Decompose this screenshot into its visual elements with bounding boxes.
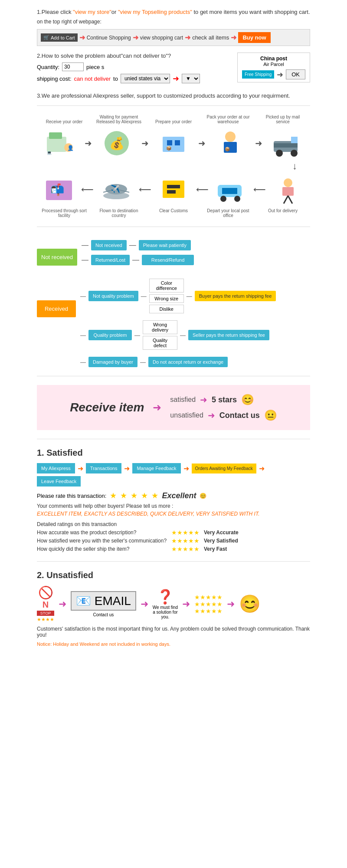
fb-step-transactions[interactable]: Transactions — [86, 463, 122, 473]
proc-down-arrow: ↓ — [37, 161, 310, 172]
check-all-label: check all items — [192, 34, 229, 41]
view-store-link[interactable]: "view my store" — [73, 9, 111, 15]
step-label-1: Receive your order — [40, 119, 88, 124]
contact-us-label: Contact us — [219, 411, 260, 420]
color-diff: Color difference — [149, 279, 184, 293]
satisfied-title: 1. Satisfied — [37, 448, 310, 458]
cart-steps-bar: 🛒 Add to Cart ➜ Continue Shopping ➜ view… — [37, 29, 310, 46]
receive-outcomes: satisfied ➜ 5 stars 😊 unsatisfied ➜ Cont… — [170, 394, 277, 421]
returned-lost: Returned/Lost — [91, 255, 130, 265]
ratings-table: Detailed ratings on this transaction How… — [37, 521, 310, 552]
fb-step-my-aliexpress[interactable]: My Aliexpress — [37, 463, 75, 473]
arrow-shipping-icon: ➜ — [173, 74, 179, 83]
unsatisfied-title: 2. Unsatisfied — [37, 570, 310, 580]
continue-shopping-label: Continue Shopping — [87, 35, 131, 41]
proc-arrow-8: ⟵ — [81, 184, 94, 194]
rating-label-1: How accurate was the product description… — [37, 529, 167, 536]
svg-point-16 — [276, 150, 283, 157]
add-to-cart-label[interactable]: Add to Cart — [51, 35, 75, 40]
stars-3: ★★★★★ — [171, 546, 200, 552]
proc-arrow-6: ⟵ — [196, 184, 209, 194]
cart-icon: 🛒 Add to Cart — [41, 33, 78, 42]
process-section: Receive your order Waiting for payment R… — [37, 115, 310, 218]
divider-3 — [37, 376, 310, 376]
quantity-unit: piece s — [86, 64, 104, 70]
fb-arrow-4: ➜ — [259, 464, 265, 473]
svg-rect-0 — [47, 137, 66, 152]
happy-emoji: 😊 — [241, 394, 254, 406]
process-icon-5 — [265, 126, 308, 161]
process-icon-6 — [266, 172, 310, 207]
rating-row-3: How quickly did the seller ship the item… — [37, 546, 310, 552]
no-return: Do not accept return or exchange — [148, 357, 228, 367]
excellent-text: Excellent — [162, 491, 196, 500]
neutral-emoji: 😐 — [264, 409, 277, 421]
ok-button[interactable]: OK — [286, 69, 305, 79]
rate-text: Please rate this transaction: — [37, 493, 106, 499]
sat-arrow-icon: ➜ — [200, 395, 207, 405]
proc-arrow-7: ⟵ — [139, 184, 151, 194]
unsat-arrow-icon: ➜ — [208, 410, 215, 421]
satisfied-section: 1. Satisfied My Aliexpress ➜ Transaction… — [37, 448, 310, 552]
svg-text:💻: 💻 — [47, 150, 52, 155]
question-icon: ❓ We must finda solution foryou. — [153, 589, 178, 619]
buy-now-button[interactable]: Buy now — [238, 32, 270, 43]
comments-text: Your comments will help other buyers! Pl… — [37, 503, 310, 509]
svg-line-22 — [288, 196, 292, 204]
section1-text: 1.Please click "view my store"or "view m… — [37, 9, 310, 15]
email-icon: 📧 EMAIL Contact us — [71, 591, 136, 617]
step-label-4: Pack your order at our warehouse — [204, 115, 252, 124]
svg-rect-27 — [163, 181, 184, 198]
view-topselling-link[interactable]: "view my Topselling products" — [118, 9, 192, 15]
receive-item-section: Receive item ➜ satisfied ➜ 5 stars 😊 uns… — [37, 385, 310, 430]
svg-point-26 — [234, 196, 240, 202]
rating-row-2: How satisfied were you with the seller's… — [37, 537, 310, 544]
quality-defect: Quality defect — [143, 336, 177, 350]
fb-step-orders-awaiting[interactable]: Orders Awaiting My Feedback — [192, 464, 256, 473]
svg-text:📬: 📬 — [50, 183, 65, 197]
china-post-box: China post Air Parcel Free Shipping ➜ OK — [237, 53, 310, 82]
divider-5 — [37, 561, 310, 562]
fb-arrow-2: ➜ — [124, 464, 130, 473]
outcome-satisfied: satisfied ➜ 5 stars 😊 — [170, 394, 277, 406]
step-label-10: Processed through sort facility — [40, 208, 88, 218]
shipping-method-select[interactable]: ▼ — [182, 74, 200, 83]
section3: 3.We are professional Aliexpress seller,… — [37, 92, 310, 99]
process-icon-3: 📦 — [152, 126, 195, 161]
svg-point-19 — [284, 178, 292, 187]
notice-text: Notice: Holiday and Weekend are not incl… — [37, 641, 310, 647]
svg-point-17 — [291, 150, 298, 157]
svg-rect-24 — [222, 188, 237, 194]
process-icon-7 — [209, 172, 252, 207]
star-3: ★ — [131, 491, 137, 500]
divider-2 — [37, 227, 310, 227]
process-icon-10: 📬 — [37, 172, 81, 207]
country-select[interactable]: unied states via — [121, 74, 170, 83]
quantity-input[interactable] — [62, 62, 84, 71]
star-2: ★ — [120, 491, 127, 500]
to-label: to — [113, 76, 118, 82]
arrow-icon-3: ➜ — [185, 33, 190, 42]
fb-step-leave-feedback[interactable]: Leave Feedback — [37, 476, 81, 487]
outcome-unsatisfied: unsatisfied ➜ Contact us 😐 — [170, 409, 277, 421]
smiley-icon: 😊 — [239, 594, 261, 614]
svg-point-11 — [225, 132, 236, 142]
please-wait: Please wait patiently — [139, 240, 191, 250]
arrow-icon-1: ➜ — [79, 33, 85, 42]
step-label-9: Flown to destination country — [95, 208, 143, 218]
divider-1 — [37, 105, 310, 106]
fb-step-manage-feedback[interactable]: Manage Feedback — [132, 463, 180, 473]
svg-text:💰: 💰 — [109, 136, 124, 151]
svg-point-25 — [220, 196, 226, 202]
view-cart-label: view shopping cart — [140, 35, 183, 41]
shipping-label: shipping cost: — [37, 76, 72, 82]
dislike: Dislike — [149, 305, 184, 313]
section2: China post Air Parcel Free Shipping ➜ OK… — [37, 53, 310, 86]
unsat-arrow-4: ➜ — [227, 598, 235, 610]
no-sign-icon: 🚫 N STOP ★★★★ — [37, 585, 54, 622]
feedback-steps: My Aliexpress ➜ Transactions ➜ Manage Fe… — [37, 463, 310, 487]
buyer-pays: Buyer pays the return shipping fee — [195, 291, 276, 301]
excellent-quote: EXCELLENT ITEM, EXACTLY AS DESCRIBED, QU… — [37, 511, 310, 517]
proc-arrow-5: ⟵ — [253, 184, 266, 194]
step-label-6: Out for delivery — [259, 208, 307, 213]
